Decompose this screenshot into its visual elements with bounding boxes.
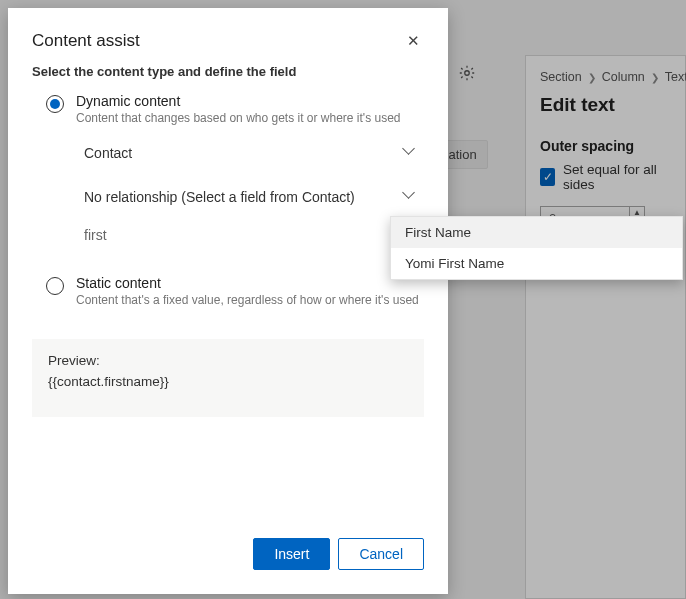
field-input[interactable]: first: [84, 227, 418, 243]
preview-label: Preview:: [48, 353, 408, 368]
radio-static[interactable]: [46, 277, 64, 295]
radio-dynamic-row: Dynamic content Content that changes bas…: [8, 93, 448, 125]
preview-value: {{contact.firstname}}: [48, 374, 408, 389]
content-assist-dialog: Content assist ✕ Select the content type…: [8, 8, 448, 594]
insert-button[interactable]: Insert: [253, 538, 330, 570]
radio-dynamic-label: Dynamic content: [76, 93, 401, 109]
preview-box: Preview: {{contact.firstname}}: [32, 339, 424, 417]
radio-static-label: Static content: [76, 275, 419, 291]
autocomplete-flyout: First Name Yomi First Name: [390, 216, 683, 280]
autocomplete-item[interactable]: Yomi First Name: [391, 248, 682, 279]
cancel-button[interactable]: Cancel: [338, 538, 424, 570]
radio-static-row: Static content Content that's a fixed va…: [8, 275, 448, 307]
autocomplete-item[interactable]: First Name: [391, 217, 682, 248]
entity-select-value: Contact: [84, 145, 132, 161]
chevron-down-icon: [404, 146, 418, 160]
close-icon[interactable]: ✕: [403, 28, 424, 54]
relationship-select-value: No relationship (Select a field from Con…: [84, 189, 355, 205]
relationship-select[interactable]: No relationship (Select a field from Con…: [84, 189, 418, 205]
chevron-down-icon: [404, 190, 418, 204]
entity-select[interactable]: Contact: [84, 145, 418, 161]
dialog-subtitle: Select the content type and define the f…: [8, 62, 448, 93]
radio-dynamic-desc: Content that changes based on who gets i…: [76, 111, 401, 125]
radio-dynamic[interactable]: [46, 95, 64, 113]
dialog-title: Content assist: [32, 31, 140, 51]
radio-static-desc: Content that's a fixed value, regardless…: [76, 293, 419, 307]
